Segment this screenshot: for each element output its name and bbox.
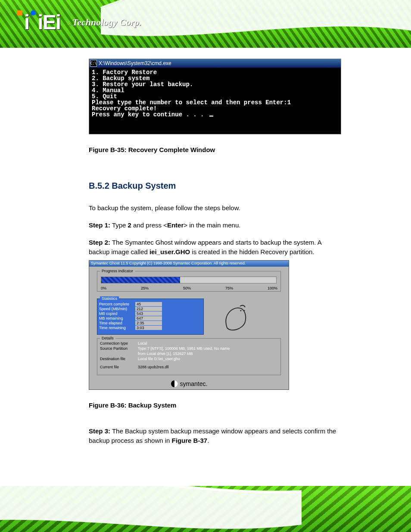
- step-label: Step 1:: [89, 221, 110, 229]
- detail-row: Connection typeLocal: [100, 341, 230, 346]
- ghost-titlebar: Symantec Ghost 11.5 Copyright (C) 1998-2…: [89, 261, 289, 267]
- statistics-label: Statistics: [100, 296, 119, 301]
- statistics-box: Statistics Percent complete45 Speed (MB/…: [97, 299, 204, 335]
- figure-caption: Figure B-36: Backup System: [89, 401, 176, 409]
- tick-label: 100%: [268, 286, 277, 290]
- step-label: Step 2:: [89, 239, 110, 246]
- logo-subtitle: ®Technology Corp.: [67, 17, 141, 28]
- cursor-icon: [209, 115, 213, 117]
- cmd-titlebar: C:\ X:\Windows\System32\cmd.exe: [89, 59, 341, 68]
- cmd-icon: C:\: [90, 60, 97, 67]
- registered-icon: ®: [67, 20, 72, 27]
- stat-row: Time remaining3:03: [99, 325, 202, 330]
- step-label: Step 3:: [89, 427, 110, 435]
- cmd-line: 4. Manual: [92, 87, 338, 93]
- section-paragraph: Step 3: The Backup system backup message…: [89, 426, 381, 445]
- details-box: Details Connection typeLocal Source Part…: [97, 338, 281, 375]
- cmd-line: Recovery complete!: [92, 106, 338, 112]
- cmd-line: 2. Backup system: [92, 75, 338, 81]
- symantec-text: symantec.: [180, 380, 208, 387]
- footer-banner: [0, 486, 411, 532]
- detail-row: from Local drive [1], 152627 MB: [100, 352, 230, 356]
- stat-row: Time elapsed2:35: [99, 320, 202, 325]
- header-swoop-graphic: [101, 0, 411, 48]
- progress-label: Progress Indicator: [100, 269, 135, 273]
- header-banner: iiEi ®Technology Corp.: [0, 0, 411, 48]
- section-paragraph: To backup the system, please follow the …: [89, 203, 381, 257]
- tick-label: 25%: [141, 286, 149, 290]
- cmd-line: 5. Quit: [92, 93, 338, 100]
- detail-row: Source PartitionType:7 [NTFS], 100006 MB…: [100, 346, 230, 351]
- details-label: Details: [100, 336, 115, 340]
- cmd-line: Press any key to continue . . .: [92, 112, 338, 118]
- cmd-window-figure: C:\ X:\Windows\System32\cmd.exe 1. Facto…: [89, 59, 341, 134]
- progress-bar: [101, 277, 277, 283]
- svg-point-1: [244, 310, 245, 311]
- symantec-logo: symantec.: [89, 380, 289, 388]
- tick-label: 50%: [183, 286, 191, 290]
- tick-label: 0%: [101, 286, 106, 290]
- logo-mark: iiEi: [17, 10, 60, 34]
- detail-row: Current file3288 upob2res.dll: [100, 365, 230, 370]
- cmd-title: X:\Windows\System32\cmd.exe: [99, 60, 171, 66]
- section-header: B.5.2 Backup System: [89, 181, 176, 191]
- progress-bar-fill: [101, 277, 180, 283]
- logo: iiEi ®Technology Corp.: [17, 10, 141, 34]
- progress-indicator-box: Progress Indicator 0% 25% 50% 75% 100%: [97, 271, 281, 292]
- svg-point-0: [240, 310, 242, 311]
- stat-row: MB copied543: [99, 311, 202, 316]
- ghost-window-figure: Symantec Ghost 11.5 Copyright (C) 1998-2…: [89, 260, 289, 390]
- stat-row: MB remaining647: [99, 316, 202, 320]
- cmd-line: 3. Restore your last backup.: [92, 81, 338, 87]
- tick-label: 75%: [225, 286, 233, 290]
- stat-row: Percent complete45: [99, 302, 202, 306]
- progress-ticks: 0% 25% 50% 75% 100%: [101, 286, 277, 290]
- stat-row: Speed (MB/min)212: [99, 306, 202, 311]
- symantec-icon: [171, 380, 178, 388]
- figure-caption: Figure B-35: Recovery Complete Window: [89, 146, 215, 153]
- logo-text: iEi: [37, 11, 60, 34]
- cmd-line: Please type the number to select and the…: [92, 100, 338, 106]
- detail-row: Destination fileLocal file D:\iei_user.g…: [100, 357, 230, 361]
- footer-swoop-graphic: [0, 486, 302, 532]
- cmd-line: 1. Factory Restore: [92, 69, 338, 75]
- ghost-mascot-icon: [218, 303, 257, 332]
- cmd-body: 1. Factory Restore 2. Backup system 3. R…: [89, 68, 341, 119]
